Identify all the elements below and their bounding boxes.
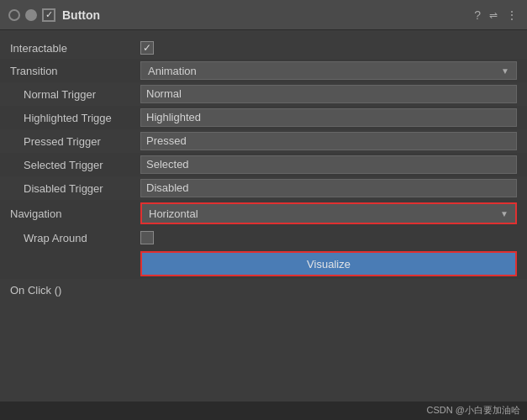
footer-watermark: CSDN @小白要加油哈 [0, 402, 527, 420]
sliders-icon[interactable]: ⇌ [489, 9, 498, 21]
disabled-trigger-value: Disabled [146, 181, 189, 194]
selected-trigger-field[interactable]: Selected [140, 155, 517, 174]
normal-trigger-row: Normal Trigger Normal [0, 82, 527, 106]
more-options-icon[interactable]: ⋮ [506, 8, 519, 22]
on-click-row: On Click () [0, 279, 527, 301]
pressed-trigger-row: Pressed Trigger Pressed [0, 129, 527, 153]
pressed-trigger-value: Pressed [146, 134, 187, 147]
header-right-icons: ? ⇌ ⋮ [474, 8, 519, 22]
help-icon[interactable]: ? [474, 8, 481, 22]
highlighted-trigger-field[interactable]: Highlighted [140, 108, 517, 127]
disabled-trigger-row: Disabled Trigger Disabled [0, 176, 527, 200]
interactable-label: Interactable [10, 42, 140, 55]
disabled-trigger-label: Disabled Trigger [10, 182, 140, 195]
enable-checkbox[interactable]: ✓ [42, 8, 55, 22]
visualize-row: Visualize [0, 249, 527, 279]
collapse-icon[interactable] [8, 9, 20, 21]
watermark-text: CSDN @小白要加油哈 [427, 405, 520, 415]
highlighted-trigger-label: Highlighted Trigge [10, 112, 140, 124]
panel-header: ✓ Button ? ⇌ ⋮ [0, 0, 527, 30]
visualize-button[interactable]: Visualize [140, 251, 517, 276]
wrap-around-checkbox[interactable] [140, 231, 154, 244]
highlighted-trigger-value: Highlighted [146, 111, 201, 123]
panel-title: Button [62, 8, 474, 22]
transition-row: Transition Animation ▼ [0, 59, 527, 82]
inspector-content: Interactable ✓ Transition Animation ▼ No… [0, 30, 527, 307]
interactable-row: Interactable ✓ [0, 37, 527, 59]
object-icon[interactable] [25, 9, 37, 21]
visualize-label: Visualize [307, 258, 350, 270]
selected-trigger-label: Selected Trigger [10, 159, 140, 171]
normal-trigger-label: Normal Trigger [10, 88, 140, 101]
transition-dropdown-arrow: ▼ [501, 66, 509, 76]
wrap-around-label: Wrap Around [10, 232, 140, 244]
navigation-dropdown[interactable]: Horizontal ▼ [140, 202, 517, 224]
wrap-around-row: Wrap Around [0, 227, 527, 249]
normal-trigger-value: Normal [146, 87, 182, 100]
navigation-row: Navigation Horizontal ▼ [0, 200, 527, 227]
pressed-trigger-label: Pressed Trigger [10, 135, 140, 148]
selected-trigger-row: Selected Trigger Selected [0, 153, 527, 176]
selected-trigger-value: Selected [146, 158, 189, 171]
on-click-label: On Click () [10, 284, 140, 297]
highlighted-trigger-row: Highlighted Trigge Highlighted [0, 106, 527, 129]
navigation-value: Horizontal [149, 207, 198, 220]
transition-value: Animation [148, 65, 197, 77]
navigation-label: Navigation [10, 207, 140, 220]
normal-trigger-field[interactable]: Normal [140, 85, 517, 103]
interactable-checkbox[interactable]: ✓ [140, 41, 154, 55]
transition-dropdown[interactable]: Animation ▼ [140, 61, 517, 80]
header-left-icons: ✓ [8, 8, 55, 22]
pressed-trigger-field[interactable]: Pressed [140, 132, 517, 150]
transition-label: Transition [10, 65, 140, 77]
disabled-trigger-field[interactable]: Disabled [140, 179, 517, 197]
navigation-dropdown-arrow: ▼ [500, 209, 509, 218]
